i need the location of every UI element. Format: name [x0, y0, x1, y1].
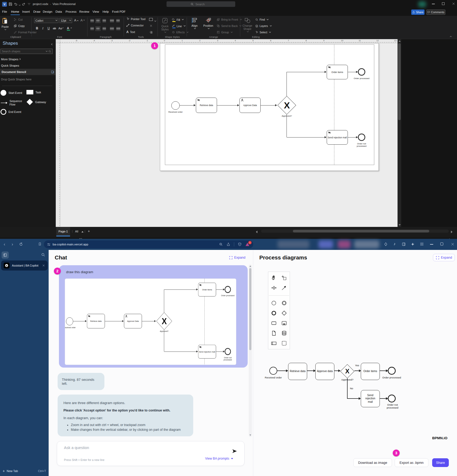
copy-button[interactable]: Copy	[14, 24, 25, 28]
save-icon[interactable]	[8, 2, 12, 6]
rotate-tool-icon[interactable]	[150, 31, 153, 34]
chat-diagram-preview[interactable]: Received order Retrieve data Approve Dat…	[65, 278, 236, 365]
task-send-rejection[interactable]: Send rejection mail	[327, 130, 348, 145]
chat-expand-button[interactable]: Expand	[229, 256, 245, 259]
task-approve-data[interactable]: Approve data	[315, 363, 334, 380]
fill-button[interactable]: Fill	[172, 18, 183, 21]
media-icon[interactable]: ♪	[394, 241, 396, 246]
connector-tool-button[interactable]: Connector	[126, 24, 144, 27]
leo-sparkles-icon[interactable]	[411, 242, 415, 246]
export-as-bpmn-button[interactable]: Export as .bpmn	[395, 458, 428, 467]
collapse-ribbon-icon[interactable]	[449, 33, 451, 38]
pointer-tool-button[interactable]: Pointer Tool	[126, 17, 145, 21]
sidebar-panel-icon[interactable]	[2, 251, 9, 259]
url-text[interactable]: ba-copilot-main.vercel.app	[53, 243, 88, 246]
quick-access-customize-icon[interactable]	[27, 2, 31, 6]
menu-foxit-pdf[interactable]: Foxit PDF	[112, 10, 126, 13]
share-diagram-button[interactable]: Share	[432, 458, 449, 467]
menu-draw[interactable]: Draw	[33, 10, 40, 13]
menu-insert[interactable]: Insert	[22, 10, 30, 13]
task-retrieve-data[interactable]: Retrieve data	[196, 98, 217, 113]
task-send-rejection[interactable]: Send rejection mail	[361, 390, 380, 407]
menu-design[interactable]: Design	[43, 10, 52, 13]
new-page-button[interactable]: +	[88, 229, 90, 233]
site-settings-icon[interactable]	[47, 243, 50, 246]
more-shapes-link[interactable]: More Shapes	[1, 58, 20, 61]
menu-view[interactable]: View	[93, 10, 99, 13]
all-pages-tab[interactable]: All	[75, 230, 78, 233]
task-order-items[interactable]: Order items	[361, 363, 380, 380]
italic-button[interactable]: I	[40, 26, 45, 31]
ai-assistant-icon[interactable]: 1	[245, 242, 250, 246]
chat-scrollbar[interactable]	[249, 264, 252, 437]
strikethrough-button[interactable]: ab	[52, 26, 57, 31]
close-button[interactable]	[452, 2, 455, 5]
gateway-approved[interactable]: X	[340, 364, 354, 378]
menu-process[interactable]: Process	[66, 10, 77, 13]
download-as-image-button[interactable]: Download as image	[353, 458, 392, 467]
stencil-task[interactable]: Task	[26, 90, 53, 94]
menu-icon[interactable]	[420, 242, 424, 246]
scroll-up-icon[interactable]	[399, 40, 401, 42]
menu-file[interactable]: File	[2, 10, 7, 13]
collapse-panel-icon[interactable]	[51, 42, 53, 47]
numbering-icon[interactable]	[116, 19, 120, 23]
end-event-processed[interactable]	[388, 367, 396, 375]
stencil-gateway[interactable]: Gateway	[26, 99, 53, 105]
text-tool-button[interactable]: AText	[126, 30, 135, 34]
bullets-icon[interactable]	[110, 19, 114, 23]
forward-icon[interactable]: ›	[12, 242, 13, 246]
web-bpmn-diagram[interactable]: Received order Retrieve data Approve dat…	[253, 250, 457, 476]
search-input[interactable]	[196, 3, 211, 6]
minimize-button[interactable]	[430, 244, 433, 245]
document-stencil-item[interactable]: Document Stencil	[0, 69, 56, 75]
align-left-icon[interactable]	[90, 26, 94, 31]
underline-button[interactable]: U	[46, 26, 51, 31]
wallet-icon[interactable]	[384, 242, 388, 246]
hscroll-left-icon[interactable]	[256, 231, 257, 233]
send-icon[interactable]	[232, 448, 237, 454]
maximize-button[interactable]	[440, 242, 443, 245]
paste-button[interactable]: Paste	[2, 17, 9, 30]
gateway-approved[interactable]: X	[278, 96, 296, 115]
share-button[interactable]: Share	[411, 10, 424, 15]
shapes-search-box[interactable]	[1, 49, 53, 54]
task-approve-data[interactable]: Approve Data	[239, 98, 261, 113]
select-button[interactable]: Select	[255, 31, 271, 34]
end-event-not-processed[interactable]	[388, 395, 396, 402]
menu-review[interactable]: Review	[79, 10, 89, 13]
position-button[interactable]: Position	[201, 17, 215, 29]
search-tabs-icon[interactable]	[41, 253, 45, 257]
align-top-icon[interactable]	[90, 19, 94, 23]
undo-dropdown-icon[interactable]	[18, 3, 20, 7]
shapes-search-input[interactable]	[2, 50, 44, 53]
align-bottom-icon[interactable]	[103, 19, 106, 23]
stencil-end-event[interactable]: End Event	[1, 109, 25, 115]
line-button[interactable]: Line	[172, 24, 185, 28]
align-center-icon[interactable]	[96, 26, 100, 31]
maximize-button[interactable]	[442, 2, 445, 5]
scrollbar-thumb[interactable]	[398, 43, 401, 120]
bookmark-icon[interactable]	[38, 242, 42, 246]
font-size-select[interactable]: 12pt	[59, 18, 72, 23]
rectangle-tool-dropdown-icon[interactable]	[154, 18, 156, 23]
stencil-sequence-flow[interactable]: Sequence Flow	[1, 99, 25, 106]
minimize-button[interactable]	[432, 4, 435, 4]
scrollbar-thumb[interactable]	[293, 230, 429, 232]
canvas-horizontal-scrollbar[interactable]	[261, 230, 449, 233]
pages-up-icon[interactable]	[81, 231, 84, 232]
end-event-not-processed[interactable]	[358, 134, 365, 141]
stencil-start-event[interactable]: Start Event	[1, 90, 25, 96]
find-button[interactable]: Find	[255, 18, 268, 21]
view-ba-prompts-button[interactable]: View BA prompts	[205, 457, 233, 460]
task-retrieve-data[interactable]: Retrieve data	[288, 363, 307, 380]
menu-home[interactable]: Home	[11, 10, 19, 13]
page-tab[interactable]: Page-1	[56, 227, 70, 236]
url-bar[interactable]: ba-copilot-main.vercel.app 1	[44, 240, 253, 248]
change-case-button[interactable]: Aa	[58, 26, 63, 31]
delete-tool-icon[interactable]	[150, 24, 153, 27]
undo-icon[interactable]	[14, 2, 18, 6]
font-family-select[interactable]: Calibri	[34, 18, 58, 23]
brave-shield-icon[interactable]	[238, 242, 242, 246]
decrease-indent-icon[interactable]	[110, 26, 114, 31]
